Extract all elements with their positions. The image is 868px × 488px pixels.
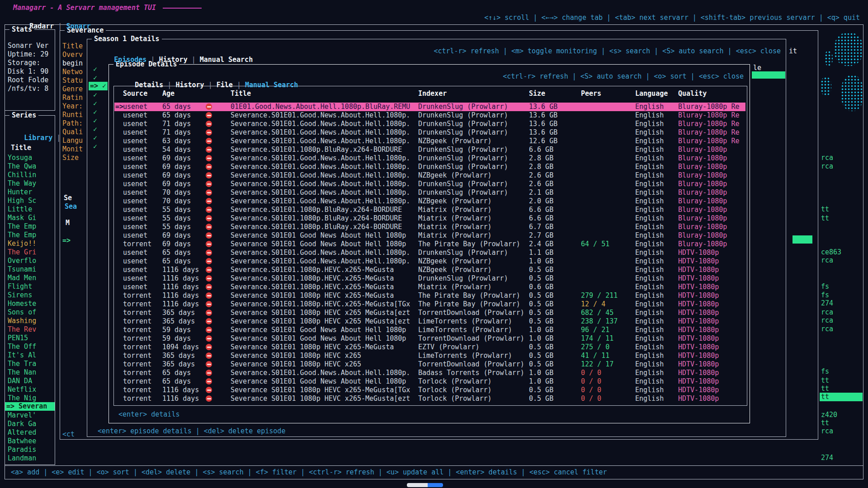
series-item[interactable]: Sirens [8,291,54,300]
tab-details[interactable]: Details [135,81,163,89]
release-row[interactable]: usenet69 daysSeverance.S01E01.Good.News.… [114,154,745,163]
release-row[interactable]: usenet65 daysSeverance.S01E01.Good.News.… [114,111,745,120]
episode-monitored-icon[interactable]: ✓ [93,99,97,108]
tab-file[interactable]: File [217,81,233,89]
release-row[interactable]: torrent65 daysSeverance.S01E01.Good.News… [114,369,745,377]
episode-monitored-icon[interactable]: ✓ [93,74,97,82]
release-lang: English [635,326,675,334]
series-item[interactable]: The Rev [8,325,54,334]
release-row[interactable]: torrent365 daysSeverance S01E01 1080p HE… [114,317,745,326]
scrollbar-thumb[interactable] [752,71,785,79]
tab-radarr[interactable]: Radarr [29,22,54,30]
series-item[interactable]: Dark Ga [8,420,54,428]
series-item[interactable]: PEN15 [8,334,54,343]
scrollbar-thumb[interactable] [793,235,812,244]
tab-episodes[interactable]: Episodes [114,56,146,64]
release-row[interactable]: torrent365 daysSeverance S01E01 1080p HE… [114,352,745,360]
release-row[interactable]: usenet70 daysSeverance.S01E01.Good.News.… [114,197,745,206]
episode-monitored-icon[interactable]: ✓ [93,91,97,99]
tab-library[interactable]: Library [24,134,52,142]
series-item[interactable]: Paradis [8,446,54,454]
series-item[interactable]: It's Al [8,351,54,360]
series-item[interactable]: Flight [8,282,54,291]
release-idx: DrunkenSlug (Prowlarr) [418,249,526,257]
series-item[interactable]: Marvel' [8,411,54,420]
series-item[interactable]: Hunter [8,188,54,197]
release-row[interactable]: usenet1116 daysSeverance.S01E01.1080p.HE… [114,266,745,274]
series-item[interactable]: Washing [8,317,54,325]
release-row[interactable]: usenet69 daysSeverance.S01E01.Good.News.… [114,163,745,171]
series-item[interactable]: Mad Men [8,274,54,282]
series-item[interactable]: The Qwa [8,162,54,171]
series-item[interactable]: DAN DA [8,377,54,385]
series-item[interactable]: Little [8,205,54,214]
series-item[interactable]: The Nig [8,394,54,403]
release-row[interactable]: usenet55 daysSeverance.S01E01.1080p.BluR… [114,206,745,214]
episode-row-selected-fragment[interactable]: => ✓ [89,82,108,90]
series-item[interactable]: High Sc [8,197,54,205]
tab-season-manual-search[interactable]: Manual Search [200,56,253,64]
series-item[interactable]: Overflo [8,257,54,265]
release-row[interactable]: usenet54 daysSeverance.S01E01.1080p.BluR… [114,145,745,154]
release-row[interactable]: torrent1116 daysSeverance S01E01 1080p H… [114,386,745,394]
release-row[interactable]: usenet55 daysSeverance.S01E01.1080p.BluR… [114,223,745,231]
release-row[interactable]: usenet65 daysSeverance.S01E01.Good.News.… [114,257,745,266]
release-row[interactable]: usenet70 daysSeverance.S01E01.Good.News.… [114,188,745,197]
release-q: Bluray-1080p [678,206,745,214]
series-item[interactable]: Keijo!! [8,239,54,248]
release-row[interactable]: torrent1094 daysSeverance S01E01 1080p H… [114,343,745,352]
series-item[interactable]: Homeste [8,300,54,308]
series-item[interactable]: Netflix [8,385,54,394]
release-row[interactable]: torrent59 daysSeverance S01E01 Good News… [114,326,745,334]
release-src: torrent [123,352,161,360]
release-row[interactable]: torrent365 daysSeverance S01E01 1080p HE… [114,309,745,317]
release-lang: English [635,343,675,352]
release-row[interactable]: torrent69 daysSeverance S01E01 Good News… [114,240,745,249]
series-item[interactable]: Tsunami [8,265,54,274]
series-item[interactable]: Chillin [8,171,54,179]
series-item[interactable]: Mask Gi [8,214,54,222]
release-row[interactable]: usenet55 daysSeverance.S01E01.1080p.BluR… [114,214,745,223]
release-lang: English [635,369,675,377]
release-row[interactable]: torrent365 daysSeverance S01E01 1080p HE… [114,360,745,369]
release-row[interactable]: usenet69 daysSeverance.S01E01.Good.News.… [114,171,745,180]
series-item[interactable]: The Way [8,179,54,188]
release-row[interactable]: torrent1116 daysSeverance S01E01 1080p H… [114,394,745,403]
episode-monitored-icon[interactable]: ✓ [93,125,97,134]
episode-monitored-icon[interactable]: ✓ [93,142,97,151]
tab-manual-search[interactable]: Manual Search [245,81,298,89]
episode-monitored-icon[interactable]: ✓ [93,117,97,125]
series-item[interactable]: The Emp [8,231,54,239]
tab-episode-history[interactable]: History [175,81,204,89]
series-item[interactable]: Yosuga [8,154,54,162]
episode-monitored-icon[interactable]: ✓ [93,65,97,74]
series-item-selected[interactable]: => Severan [5,402,55,411]
release-row[interactable]: usenet71 daysSeverance.S01E01.Good.News.… [114,128,745,137]
series-item[interactable]: The Off [8,343,54,351]
series-item[interactable]: The Emp [8,222,54,231]
release-row[interactable]: usenet63 daysSeverance.S01E01.Good.News.… [114,137,745,145]
series-item[interactable]: Landman [8,454,54,463]
episode-monitored-icon[interactable]: ✓ [93,108,97,117]
release-row[interactable]: usenet69 daysSeverance.S01E01.Good.News.… [114,180,745,188]
series-item[interactable]: The Nan [8,368,54,377]
tab-sonarr[interactable]: Sonarr [66,22,90,30]
release-row[interactable]: =>usenet65 days01E01.Good.News.About.Hel… [114,103,745,111]
release-row[interactable]: torrent1116 daysSeverance.S01E01.1080p.H… [114,300,745,309]
series-item[interactable]: Sons of [8,308,54,317]
release-row[interactable]: torrent65 daysSeverance S01E01 Good News… [114,377,745,386]
series-item[interactable]: The Gri [8,248,54,257]
series-item[interactable]: The Tra [8,360,54,368]
release-row[interactable]: usenet1116 daysSeverance.S01E01.1080p.HE… [114,274,745,283]
episode-monitored-icon[interactable]: ✓ [93,134,97,142]
seasons-title-fragment: Se [64,194,72,202]
release-row[interactable]: usenet65 daysSeverance.S01E01.Good.News.… [114,249,745,257]
release-row[interactable]: usenet1116 daysSeverance.S01E01.1080p.HE… [114,283,745,291]
series-item[interactable]: Batwhee [8,437,54,446]
release-row[interactable]: torrent59 daysSeverance S01E01 Good News… [114,334,745,343]
series-item[interactable]: Altered [8,428,54,437]
tab-season-history[interactable]: History [159,56,187,64]
release-row[interactable]: torrent1116 daysSeverance S01E01 1080p H… [114,291,745,300]
release-row[interactable]: usenet69 daysSeverance S01E01 Good News … [114,231,745,240]
release-row[interactable]: usenet71 daysSeverance.S01E01.Good.News.… [114,120,745,128]
